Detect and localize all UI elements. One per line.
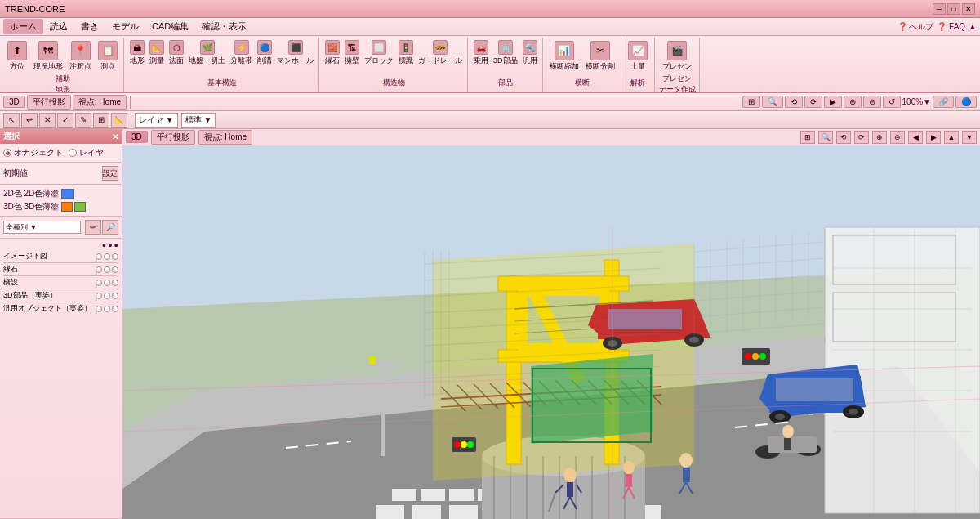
toolbar2-icon4[interactable]: ⟳ xyxy=(804,96,822,108)
menu-model[interactable]: モデル xyxy=(105,19,145,34)
ribbon-btn-cross-split[interactable]: ✂ 横断分割 xyxy=(583,39,617,74)
toolbar2-icon6[interactable]: ⊕ xyxy=(844,96,862,108)
ribbon-btn-landform[interactable]: 🏔 地形 xyxy=(128,39,146,67)
radio-object[interactable] xyxy=(3,149,11,157)
toolbar2-icon8[interactable]: ↺ xyxy=(883,96,901,108)
layer-item-3dpart[interactable]: 3D部品（実姿） xyxy=(3,289,118,302)
menu-home[interactable]: ホーム xyxy=(3,19,43,34)
dot2[interactable] xyxy=(104,293,110,299)
close-button[interactable]: ✕ xyxy=(962,3,975,15)
dot2[interactable] xyxy=(104,306,110,312)
vp-icon-10[interactable]: ▼ xyxy=(962,131,977,144)
layer-item-imagemap[interactable]: イメージ下図 xyxy=(3,250,118,263)
vp-icon-1[interactable]: ⊞ xyxy=(800,131,815,144)
dot3[interactable] xyxy=(112,266,118,273)
radio-layer[interactable] xyxy=(69,149,77,157)
dot2[interactable] xyxy=(104,280,110,286)
dot2[interactable] xyxy=(104,266,110,273)
ribbon-btn-general[interactable]: 🔩 汎用 xyxy=(521,39,539,67)
tool-select[interactable]: ↖ xyxy=(3,113,20,128)
filter-icon1[interactable]: ✏ xyxy=(85,220,101,235)
ribbon-btn-survey2[interactable]: 📐 測量 xyxy=(148,39,166,67)
maximize-button[interactable]: □ xyxy=(947,3,960,15)
view-3d-tab[interactable]: 3D xyxy=(3,96,25,108)
dot1[interactable] xyxy=(96,280,102,286)
toolbar2-icon3[interactable]: ⟲ xyxy=(785,96,803,108)
ribbon-btn-earthwork[interactable]: 📈 土量 xyxy=(626,39,650,74)
menu-write[interactable]: 書き xyxy=(74,19,105,34)
vp-parallel-btn[interactable]: 平行投影 xyxy=(151,130,195,145)
ribbon-btn-block[interactable]: ⬜ ブロック xyxy=(363,39,395,67)
vp-icon-6[interactable]: ⊖ xyxy=(890,131,905,144)
menu-cad[interactable]: CAD編集 xyxy=(145,19,195,34)
dot3[interactable] xyxy=(112,293,118,299)
tool-measure[interactable]: 📐 xyxy=(111,113,127,128)
vp-icon-9[interactable]: ▲ xyxy=(944,131,959,144)
toolbar2-icon1[interactable]: ⊞ xyxy=(742,96,760,108)
dot1[interactable] xyxy=(96,253,102,260)
init-settings[interactable]: 設定 xyxy=(102,166,118,181)
ribbon-btn-car[interactable]: 🚗 乗用 xyxy=(472,39,490,67)
dot2[interactable] xyxy=(104,253,110,260)
vp-3d-btn[interactable]: 3D xyxy=(126,131,148,143)
vp-icon-2[interactable]: 🔍 xyxy=(818,131,833,144)
ribbon-btn-sep[interactable]: ⚡ 分離帯 xyxy=(229,39,254,67)
toolbar2-icon10[interactable]: 🔵 xyxy=(956,96,977,108)
ribbon-btn-guardrail[interactable]: 🚧 ガードレール xyxy=(416,39,464,67)
layer-item-bridge[interactable]: 橋設 xyxy=(3,276,118,289)
vp-home-btn[interactable]: 視点: Home xyxy=(198,130,252,145)
ribbon-btn-manhole[interactable]: ⬛ マンホール xyxy=(275,39,315,67)
tool-cancel[interactable]: ✕ xyxy=(39,113,56,128)
toolbar2-icon5[interactable]: ▶ xyxy=(824,96,842,108)
vp-icon-4[interactable]: ⟳ xyxy=(854,131,869,144)
ribbon-btn-note[interactable]: 📍 注釈点 xyxy=(67,39,94,74)
help-link[interactable]: ❓ ヘルプ xyxy=(898,21,934,33)
tool-edit[interactable]: ✎ xyxy=(75,113,91,128)
ribbon-btn-ditch[interactable]: 🔵 削溝 xyxy=(256,39,274,67)
ribbon-btn-survey[interactable]: 📋 測点 xyxy=(96,39,120,74)
faq-link[interactable]: ❓ FAQ xyxy=(937,22,965,31)
ribbon-btn-slope[interactable]: ⬡ 法面 xyxy=(167,39,185,67)
panel-close[interactable]: ✕ xyxy=(112,132,118,141)
layer-item-general[interactable]: 汎用オブジェクト（実姿） xyxy=(3,302,118,315)
dot1[interactable] xyxy=(96,293,102,299)
color3d-swatch2[interactable] xyxy=(74,202,86,212)
menu-view[interactable]: 確認・表示 xyxy=(195,19,253,34)
ribbon-btn-cross-edit[interactable]: 📊 横断縮加 xyxy=(547,39,581,74)
dot3[interactable] xyxy=(112,253,118,260)
dot1[interactable] xyxy=(96,306,102,312)
ribbon-btn-3dparts[interactable]: 🏢 3D部品 xyxy=(492,39,519,67)
ribbon-btn-curb[interactable]: 🧱 縁石 xyxy=(323,39,341,67)
menu-load[interactable]: 読込 xyxy=(43,19,74,34)
layer-dropdown[interactable]: レイヤ ▼ xyxy=(135,113,178,128)
filter-select[interactable]: 全種別 ▼ xyxy=(3,221,81,234)
ribbon-btn-direction[interactable]: ⬆ 方位 xyxy=(5,39,29,74)
layer-item-stone[interactable]: 縁石 xyxy=(3,263,118,276)
dot1[interactable] xyxy=(96,266,102,273)
tool-grid[interactable]: ⊞ xyxy=(93,113,109,128)
dot3[interactable] xyxy=(112,280,118,286)
minimize-button[interactable]: ─ xyxy=(933,3,946,15)
standard-dropdown[interactable]: 標準 ▼ xyxy=(181,113,216,128)
view-parallel[interactable]: 平行投影 xyxy=(27,95,71,110)
color3d-swatch1[interactable] xyxy=(61,202,73,212)
vp-icon-5[interactable]: ⊕ xyxy=(872,131,887,144)
tool-confirm[interactable]: ✓ xyxy=(57,113,74,128)
toolbar2-icon9[interactable]: 🔗 xyxy=(933,96,954,108)
color2d-swatch[interactable] xyxy=(61,189,74,199)
tool-undo[interactable]: ↩ xyxy=(21,113,38,128)
ribbon-btn-sign[interactable]: 🚦 標識 xyxy=(397,39,415,67)
viewport[interactable]: 3D 平行投影 視点: Home ⊞ 🔍 ⟲ ⟳ ⊕ ⊖ ◀ ▶ ▲ ▼ xyxy=(122,129,980,519)
ribbon-btn-ground[interactable]: 🌿 地盤・切土 xyxy=(187,39,227,67)
ribbon-btn-terrain[interactable]: 🗺 現況地形 xyxy=(31,39,65,74)
filter-icon2[interactable]: 🔎 xyxy=(102,220,118,235)
toolbar2-icon2[interactable]: 🔍 xyxy=(762,96,783,108)
toolbar2-icon7[interactable]: ⊖ xyxy=(863,96,881,108)
ribbon-btn-present[interactable]: 🎬 プレゼン xyxy=(660,39,694,74)
dot3[interactable] xyxy=(112,306,118,312)
vp-icon-8[interactable]: ▶ xyxy=(926,131,941,144)
vp-icon-3[interactable]: ⟲ xyxy=(836,131,851,144)
ribbon-btn-wall[interactable]: 🏗 擁壁 xyxy=(343,39,361,67)
view-home[interactable]: 視点: Home xyxy=(73,95,127,110)
vp-icon-7[interactable]: ◀ xyxy=(908,131,923,144)
